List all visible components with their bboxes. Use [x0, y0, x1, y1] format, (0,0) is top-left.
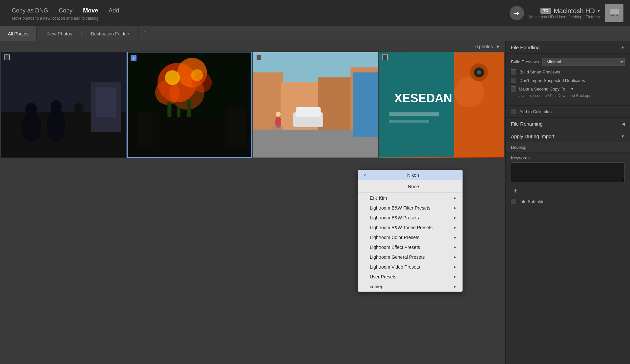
copy-button[interactable]: Copy [53, 6, 78, 15]
second-copy-dropdown-arrow[interactable]: ▼ [570, 87, 574, 91]
make-second-copy-checkbox[interactable] [511, 86, 516, 91]
dropdown-item-bw-presets[interactable]: Lightroom B&W Presets ► [358, 213, 462, 223]
bw-filter-submenu-arrow: ► [453, 206, 457, 210]
dropdown-item-cuhiep[interactable]: cuhiep ► [358, 282, 462, 292]
add-to-collection-label: Add to Collection [519, 109, 552, 114]
bw-presets-submenu-arrow: ► [453, 215, 457, 220]
apply-during-import-header[interactable]: Apply During Import ▼ [506, 130, 630, 142]
photo-checkbox-4[interactable] [382, 54, 388, 60]
tab-separator-1: | [37, 31, 39, 37]
apply-during-import-section: Apply During Import ▼ Develop [506, 130, 630, 153]
file-handling-arrow: ▼ [621, 45, 625, 50]
dropdown-item-eric-kim[interactable]: Eric Kim ► [358, 193, 462, 203]
dropdown-item-effect-presets[interactable]: Lightroom Effect Presets ► [358, 242, 462, 252]
chevron-down-icon[interactable]: ▾ [598, 8, 600, 13]
move-button[interactable]: Move [78, 6, 103, 15]
photo-cell-3[interactable]: _DSC1465.jpg [253, 52, 378, 158]
photo-preview-1 [1, 52, 126, 158]
svg-rect-44 [389, 112, 439, 116]
photos-sort-dropdown[interactable]: ▼ [495, 44, 500, 49]
add-to-collection-checkbox[interactable] [511, 109, 516, 114]
dont-import-duplicates-row: Don't Import Suspected Duplicates [511, 78, 625, 83]
into-subfolder-label: Into Subfolder [519, 199, 546, 204]
file-handling-section: Build Previews MinimalStandard1:1Smart P… [506, 54, 630, 106]
file-renaming-header[interactable]: File Renaming ◀ [506, 118, 630, 130]
svg-point-7 [25, 103, 37, 117]
build-previews-select[interactable]: MinimalStandard1:1Smart Previews [542, 58, 625, 66]
dropdown-item-general-presets[interactable]: Lightroom General Presets ► [358, 252, 462, 262]
svg-text:XESEDAN: XESEDAN [394, 91, 452, 105]
second-copy-path: / Users / cuhiep / Pi…Download Backups [511, 93, 625, 98]
tab-destination-folders[interactable]: Destination Folders [83, 26, 139, 41]
photo-preview-4: XESEDAN [379, 52, 504, 158]
into-subfolder-row: Into Subfolder [506, 196, 630, 207]
build-smart-previews-checkbox[interactable] [511, 69, 516, 74]
add-button[interactable]: Add [103, 6, 124, 15]
photo-checkbox-3[interactable] [256, 54, 262, 60]
tab-more-icon[interactable]: ⋮ [138, 30, 151, 37]
photo-grid: _DSC1168.jpg [0, 52, 505, 158]
tabs-bar: All Photos | New Photos | Destination Fo… [0, 26, 630, 41]
svg-point-8 [47, 107, 65, 142]
dropdown-item-bw-filter[interactable]: Lightroom B&W Filter Presets ► [358, 203, 462, 213]
color-presets-submenu-arrow: ► [453, 235, 457, 240]
develop-preset-dropdown[interactable]: ✓ Nikon None Eric Kim ► Lightroom B&W Fi… [358, 170, 463, 292]
tab-separator-2: | [80, 31, 83, 37]
toolbar-right: ➜ TO Macintosh HD ▾ Macintosh HD / Users… [510, 4, 623, 22]
dropdown-item-bw-toned[interactable]: Lightroom B&W Toned Presets ► [358, 223, 462, 233]
photo-cell-4[interactable]: XESEDAN cvdt7t.psd [379, 52, 504, 158]
build-previews-row: Build Previews MinimalStandard1:1Smart P… [511, 58, 625, 66]
photo-cell-1[interactable]: _DSC1168.jpg [1, 52, 126, 158]
dropdown-item-user-presets[interactable]: User Presets ► [358, 272, 462, 282]
develop-row: Develop [506, 142, 630, 152]
dont-import-duplicates-label: Don't Import Suspected Duplicates [519, 78, 585, 83]
dropdown-item-color-presets[interactable]: Lightroom Color Presets ► [358, 233, 462, 242]
video-presets-submenu-arrow: ► [453, 265, 457, 269]
file-handling-title: File Handling [511, 45, 540, 50]
toolbar-left: Copy as DNG Copy Move Add Move photos to… [7, 6, 510, 21]
tab-new-photos[interactable]: New Photos [39, 26, 80, 41]
svg-point-43 [454, 77, 484, 107]
general-presets-submenu-arrow: ► [453, 255, 457, 259]
photo-preview-2 [128, 52, 251, 157]
photo-checkbox-1[interactable] [4, 54, 10, 60]
svg-rect-38 [273, 126, 283, 130]
svg-point-11 [74, 103, 83, 114]
go-button[interactable]: ➜ [510, 6, 524, 20]
photo-checkbox-2[interactable] [131, 55, 136, 61]
svg-point-10 [71, 110, 87, 142]
effect-presets-submenu-arrow: ► [453, 245, 457, 250]
destination-box: TO Macintosh HD ▾ Macintosh HD / Users /… [529, 7, 600, 19]
svg-rect-39 [353, 72, 378, 137]
build-smart-previews-row: Build Smart Previews [511, 69, 625, 74]
file-renaming-title: File Renaming [511, 121, 543, 127]
dropdown-item-video-presets[interactable]: Lightroom Video Presets ► [358, 262, 462, 272]
eric-kim-submenu-arrow: ► [453, 196, 457, 200]
photos-header: 6 photos ▼ [0, 41, 505, 52]
svg-point-21 [191, 69, 203, 81]
svg-rect-27 [227, 107, 246, 147]
into-subfolder-checkbox[interactable] [511, 199, 516, 204]
destination-name: Macintosh HD [554, 7, 595, 15]
add-to-collection-row: Add to Collection [506, 106, 630, 118]
dropdown-item-nikon[interactable]: ✓ Nikon [358, 170, 462, 180]
destination-path: Macintosh HD / Users / cuhiep / Pictures [529, 15, 600, 19]
nikon-check-mark: ✓ [363, 172, 367, 178]
dropdown-item-none[interactable]: None [358, 182, 462, 192]
copy-as-dng-button[interactable]: Copy as DNG [7, 6, 53, 15]
svg-point-48 [477, 71, 481, 74]
svg-rect-31 [318, 77, 353, 137]
make-second-copy-row: Make a Second Copy To : ▼ [511, 86, 625, 91]
hard-drive-icon [605, 4, 623, 22]
file-handling-header[interactable]: File Handling ▼ [506, 41, 630, 54]
dont-import-duplicates-checkbox[interactable] [511, 78, 516, 83]
photo-cell-2[interactable]: _DSC1291.NEF [127, 52, 252, 158]
svg-rect-3 [611, 15, 614, 16]
keywords-input[interactable] [511, 162, 625, 182]
photos-count: 6 photos [475, 44, 493, 49]
tab-all-photos[interactable]: All Photos [0, 26, 37, 41]
cuhiep-submenu-arrow: ► [453, 284, 457, 289]
plus-button[interactable]: + [511, 186, 520, 196]
file-renaming-section: File Renaming ◀ [506, 118, 630, 130]
svg-point-37 [276, 112, 281, 117]
